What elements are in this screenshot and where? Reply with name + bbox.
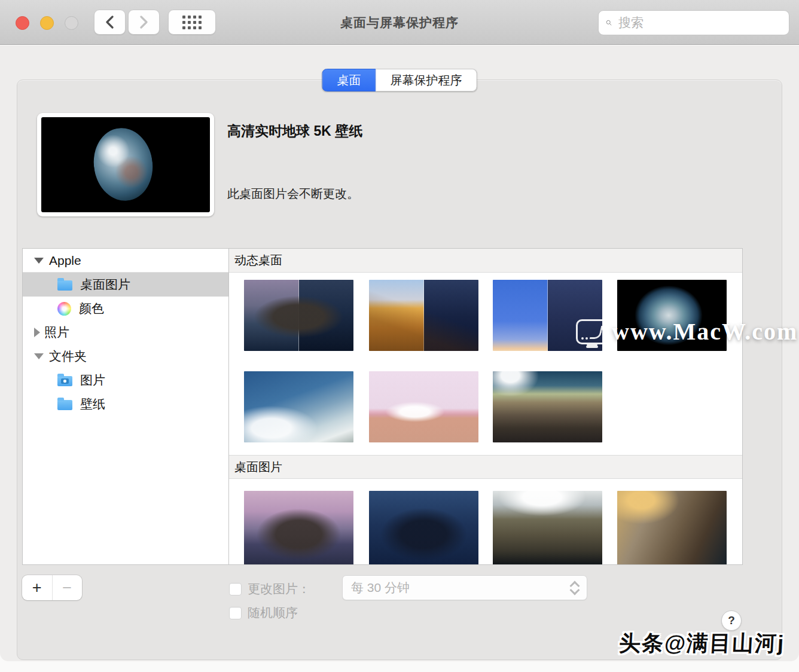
color-wheel-icon [57, 302, 71, 316]
sidebar-item-desktop-pictures[interactable]: 桌面图片 [23, 273, 228, 297]
section-header-dynamic-desktop: 动态桌面 [229, 249, 742, 273]
sidebar-item-label: 图片 [80, 372, 105, 389]
sidebar-item-label: 颜色 [79, 300, 104, 317]
sidebar-group-apple[interactable]: Apple [23, 249, 228, 273]
sidebar-group-photos[interactable]: 照片 [23, 320, 228, 344]
earth-globe-image [89, 124, 157, 204]
sidebar-group-label: 照片 [44, 324, 69, 341]
traffic-lights [16, 16, 78, 30]
random-order-checkbox[interactable] [229, 607, 242, 619]
desktop-screensaver-preferences-window: 桌面与屏幕保护程序 桌面 屏幕保护程序 高清实时地球 5K 壁纸 此桌面图片会不… [0, 0, 799, 672]
add-folder-button[interactable]: + [22, 575, 53, 600]
change-picture-label: 更改图片： [248, 581, 310, 597]
sidebar-item-colors[interactable]: 颜色 [23, 297, 228, 320]
fullscreen-button-disabled [65, 16, 78, 30]
back-button[interactable] [94, 10, 126, 35]
sidebar-item-label: 壁纸 [80, 396, 105, 413]
wallpaper-description: 此桌面图片会不断更改。 [227, 186, 359, 202]
triangle-down-icon[interactable] [34, 258, 44, 264]
chevron-up-down-icon [571, 582, 578, 594]
window-body: 桌面 屏幕保护程序 高清实时地球 5K 壁纸 此桌面图片会不断更改。 Apple… [0, 45, 799, 661]
title-bar[interactable]: 桌面与屏幕保护程序 [0, 0, 799, 45]
thumbnail-gallery: 动态桌面 桌面图片 [229, 249, 742, 564]
add-remove-segmented-control: + − [22, 575, 82, 600]
thumbnail-cliff-sunset[interactable] [617, 491, 727, 564]
random-order-row: 随机顺序 [229, 604, 298, 621]
minimize-button[interactable] [40, 16, 54, 30]
tab-desktop[interactable]: 桌面 [322, 69, 376, 91]
thumbnail-catalina-night[interactable] [369, 491, 478, 564]
folder-camera-icon [57, 376, 72, 386]
remove-folder-button[interactable]: − [53, 575, 83, 600]
sidebar-group-label: Apple [49, 253, 81, 268]
show-all-grid-icon [182, 16, 202, 29]
forward-chevron-icon [139, 16, 148, 29]
current-wallpaper-preview [37, 113, 214, 216]
thumbnail-mojave-dynamic[interactable] [369, 280, 478, 351]
thumbnail-coast-beach[interactable] [244, 371, 353, 442]
sidebar-item-label: 桌面图片 [80, 276, 130, 293]
sidebar-group-folders[interactable]: 文件夹 [23, 344, 228, 368]
help-button[interactable]: ? [721, 610, 742, 631]
thumbnail-solar-gradients-dynamic[interactable] [493, 280, 602, 351]
forward-button[interactable] [128, 10, 160, 35]
sidebar-item-wallpapers[interactable]: 壁纸 [23, 392, 228, 416]
section-header-desktop-pictures: 桌面图片 [229, 455, 742, 479]
triangle-down-icon[interactable] [34, 353, 44, 359]
interval-popup-button[interactable]: 每 30 分钟 [342, 575, 587, 600]
thumbnail-catalina-dynamic[interactable] [244, 280, 353, 351]
wallpaper-browser: Apple 桌面图片 颜色 照片 文件夹 [22, 248, 743, 565]
source-sidebar: Apple 桌面图片 颜色 照片 文件夹 [23, 249, 229, 564]
thumbnail-city-skyline[interactable] [493, 371, 602, 442]
close-button[interactable] [16, 16, 29, 30]
change-picture-checkbox[interactable] [229, 583, 242, 595]
interval-value: 每 30 分钟 [351, 579, 571, 596]
back-chevron-icon [105, 16, 114, 29]
thumbnail-earth-live[interactable] [617, 280, 727, 351]
thumbnail-catalina-day[interactable] [244, 491, 353, 564]
search-input[interactable] [617, 15, 782, 30]
sidebar-item-pictures[interactable]: 图片 [23, 368, 228, 392]
tab-bar: 桌面 屏幕保护程序 [322, 69, 477, 91]
folder-icon [57, 400, 72, 410]
search-icon [606, 17, 612, 29]
show-all-button[interactable] [168, 10, 216, 35]
nav-buttons [94, 10, 160, 35]
tab-screensaver[interactable]: 屏幕保护程序 [376, 69, 477, 91]
random-order-label: 随机顺序 [248, 604, 298, 621]
thumbnail-mountain-clouds[interactable] [493, 491, 602, 564]
thumbnail-pink-desert[interactable] [369, 371, 478, 442]
search-field[interactable] [598, 10, 789, 35]
folder-icon [57, 280, 72, 291]
earth-wallpaper-image [41, 117, 210, 212]
change-picture-row: 更改图片： [229, 581, 310, 597]
wallpaper-title: 高清实时地球 5K 壁纸 [227, 122, 362, 140]
triangle-right-icon[interactable] [34, 328, 40, 337]
sidebar-group-label: 文件夹 [49, 348, 87, 365]
